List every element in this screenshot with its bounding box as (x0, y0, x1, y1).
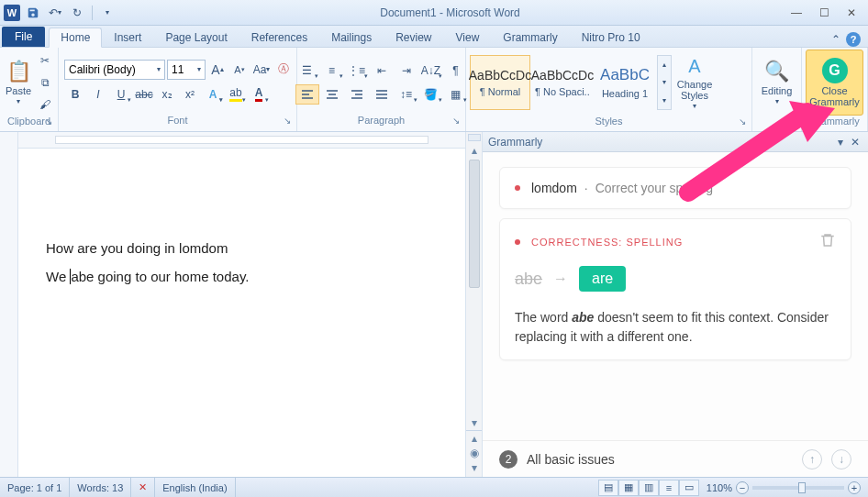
status-page[interactable]: Page: 1 of 1 (0, 478, 70, 497)
subscript-button[interactable]: x₂ (156, 83, 178, 105)
bullets-icon[interactable]: ☰ (295, 61, 319, 81)
underline-button[interactable]: U (110, 83, 132, 105)
split-handle[interactable] (468, 134, 481, 141)
font-launcher-icon[interactable]: ↘ (284, 116, 291, 126)
grow-font-icon[interactable]: A▴ (207, 60, 228, 80)
tab-home[interactable]: Home (49, 28, 102, 48)
font-size-combo[interactable]: 11▾ (167, 60, 206, 80)
help-icon[interactable]: ? (846, 32, 861, 47)
paragraph-launcher-icon[interactable]: ↘ (452, 116, 460, 126)
status-language[interactable]: English (India) (155, 478, 235, 497)
web-layout-view-icon[interactable]: ▥ (639, 480, 659, 496)
scrollbar-thumb[interactable] (469, 160, 480, 288)
pane-close-icon[interactable]: ✕ (848, 135, 862, 149)
copy-icon[interactable]: ⧉ (35, 72, 55, 93)
style-heading-1[interactable]: AaBbC Heading 1 (595, 55, 655, 110)
doc-line-1[interactable]: How are you doing in lomdom (46, 240, 438, 256)
shading-icon[interactable]: 🪣 (419, 84, 443, 105)
paste-button[interactable]: 📋 Paste ▾ (4, 50, 33, 116)
decrease-indent-icon[interactable]: ⇤ (370, 61, 394, 81)
browse-object-icon[interactable]: ◉ (470, 446, 479, 460)
apply-suggestion-button[interactable]: are (579, 266, 626, 292)
tab-review[interactable]: Review (384, 27, 443, 47)
sort-icon[interactable]: A↓Z (419, 61, 443, 81)
zoom-in-icon[interactable]: + (848, 481, 861, 494)
full-screen-view-icon[interactable]: ▦ (618, 480, 639, 496)
clear-formatting-icon[interactable]: Ⓐ (273, 60, 294, 80)
style-normal[interactable]: AaBbCcDc ¶ Normal (470, 55, 530, 110)
pane-menu-icon[interactable]: ▾ (833, 135, 848, 149)
increase-indent-icon[interactable]: ⇥ (395, 61, 418, 81)
suggestion-card-expanded[interactable]: CORRECTNESS: SPELLING abe → are The word… (499, 218, 851, 360)
highlight-color-icon[interactable]: ab (225, 83, 247, 105)
shrink-font-icon[interactable]: A▾ (229, 60, 250, 80)
align-right-icon[interactable] (345, 84, 369, 105)
doc-line-2[interactable]: We abe going to our home today. (46, 269, 438, 284)
tab-nitro[interactable]: Nitro Pro 10 (570, 27, 652, 47)
zoom-percent[interactable]: 110% (707, 482, 732, 493)
file-tab[interactable]: File (2, 27, 45, 47)
tab-view[interactable]: View (444, 27, 492, 47)
align-center-icon[interactable] (320, 84, 344, 105)
footer-text[interactable]: All basic issues (527, 452, 793, 467)
maximize-button[interactable]: ☐ (811, 4, 837, 22)
cut-icon[interactable]: ✂ (35, 50, 55, 71)
line-spacing-icon[interactable]: ↕≡ (395, 84, 418, 105)
style-no-spacing[interactable]: AaBbCcDc ¶ No Spaci... (532, 55, 593, 110)
print-layout-view-icon[interactable]: ▤ (598, 480, 618, 496)
document-canvas[interactable]: How are you doing in lomdom We abe going… (18, 149, 465, 477)
borders-icon[interactable]: ▦ (444, 84, 468, 105)
superscript-button[interactable]: x² (179, 83, 201, 105)
tab-insert[interactable]: Insert (102, 27, 153, 47)
close-grammarly-button[interactable]: G CloseGrammarly (806, 50, 863, 116)
word-app-icon[interactable]: W (4, 5, 20, 21)
change-case-icon[interactable]: Aa▾ (251, 60, 272, 80)
font-color-icon[interactable]: A (248, 83, 270, 105)
minimize-button[interactable]: — (784, 4, 809, 22)
qat-customize-icon[interactable]: ▾ (98, 4, 117, 22)
prev-issue-icon[interactable]: ↑ (802, 449, 822, 469)
redo-icon[interactable]: ↻ (68, 4, 86, 22)
suggestion-card-collapsed[interactable]: lomdom · Correct your spelling (499, 167, 851, 209)
prev-page-icon[interactable]: ▴ (472, 431, 477, 446)
dismiss-suggestion-icon[interactable] (819, 232, 836, 251)
editing-button[interactable]: 🔍 Editing ▾ (756, 50, 797, 116)
tab-references[interactable]: References (239, 27, 319, 47)
issue-count-badge[interactable]: 2 (499, 450, 517, 469)
tab-grammarly[interactable]: Grammarly (491, 27, 569, 47)
align-left-icon[interactable] (295, 84, 319, 105)
strikethrough-button[interactable]: abc (133, 83, 155, 105)
vertical-ruler[interactable] (0, 132, 18, 477)
zoom-slider[interactable] (752, 486, 844, 490)
zoom-out-icon[interactable]: − (736, 481, 749, 494)
vertical-scrollbar[interactable]: ▴ ▾ ▴ ◉ ▾ (465, 132, 482, 477)
scroll-down-icon[interactable]: ▾ (472, 415, 477, 430)
draft-view-icon[interactable]: ▭ (679, 480, 699, 496)
change-styles-button[interactable]: A Change Styles ▾ (673, 50, 716, 116)
bold-button[interactable]: B (64, 83, 86, 105)
outline-view-icon[interactable]: ≡ (659, 480, 679, 496)
status-words[interactable]: Words: 13 (70, 478, 131, 497)
scroll-up-icon[interactable]: ▴ (472, 143, 477, 158)
tab-page-layout[interactable]: Page Layout (153, 27, 239, 47)
next-issue-icon[interactable]: ↓ (831, 449, 851, 469)
status-proofing[interactable]: ✕ (131, 478, 155, 497)
italic-button[interactable]: I (87, 83, 109, 105)
undo-icon[interactable]: ↶▾ (46, 4, 64, 22)
clipboard-launcher-icon[interactable]: ↘ (45, 116, 52, 127)
horizontal-ruler[interactable] (18, 132, 465, 149)
text-effects-icon[interactable]: A (202, 83, 224, 105)
tab-mailings[interactable]: Mailings (319, 27, 384, 47)
save-icon[interactable] (24, 4, 42, 22)
styles-gallery-more[interactable]: ▴▾▾ (657, 55, 672, 110)
format-painter-icon[interactable]: 🖌 (35, 94, 55, 115)
next-page-icon[interactable]: ▾ (472, 460, 477, 475)
justify-icon[interactable] (370, 84, 394, 105)
show-marks-icon[interactable]: ¶ (444, 61, 468, 81)
ribbon-collapse-icon[interactable]: ⌃ (831, 33, 840, 46)
multilevel-list-icon[interactable]: ⋮≡ (345, 61, 369, 81)
styles-launcher-icon[interactable]: ↘ (739, 116, 746, 127)
close-window-button[interactable]: ✕ (839, 4, 864, 22)
font-name-combo[interactable]: Calibri (Body)▾ (64, 60, 165, 80)
numbering-icon[interactable]: ≡ (320, 61, 344, 81)
